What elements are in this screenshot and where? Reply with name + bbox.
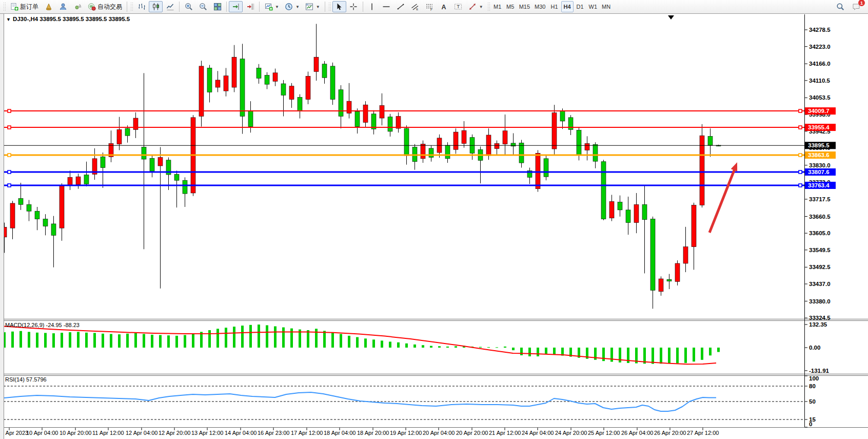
cursor-icon xyxy=(335,3,344,11)
new-order-label: 新订单 xyxy=(20,3,38,11)
macd-bar xyxy=(381,340,383,348)
tile-windows-button[interactable] xyxy=(210,1,224,12)
crosshair-button[interactable] xyxy=(347,1,361,12)
period-d1[interactable]: D1 xyxy=(574,1,586,12)
auto-scroll-button[interactable] xyxy=(229,1,243,12)
new-order-button[interactable]: 新订单 xyxy=(7,1,41,12)
macd-bar xyxy=(307,330,309,348)
toolbar-grip[interactable] xyxy=(3,2,6,11)
chat-button[interactable]: 1 xyxy=(849,1,863,12)
candle xyxy=(609,201,614,218)
auto-trading-button[interactable]: 自动交易 xyxy=(85,1,125,12)
zoom-out-button[interactable] xyxy=(196,1,210,12)
macd-bar xyxy=(52,333,55,348)
channel-button[interactable]: E xyxy=(408,1,422,12)
period-h4[interactable]: H4 xyxy=(561,1,574,12)
candle xyxy=(577,130,581,155)
macd-bar xyxy=(660,348,662,364)
toolbar-grip[interactable] xyxy=(130,2,133,11)
svg-text:34110.5: 34110.5 xyxy=(809,78,831,84)
macd-bar xyxy=(520,348,523,355)
accounts-button[interactable] xyxy=(56,1,70,12)
period-m5[interactable]: M5 xyxy=(504,1,517,12)
macd-bar xyxy=(487,347,490,348)
text-icon: A xyxy=(440,3,448,11)
candle xyxy=(281,84,286,95)
toolbar-grip[interactable] xyxy=(487,2,490,11)
candle xyxy=(675,263,680,281)
period-mn[interactable]: MN xyxy=(600,1,613,12)
chart-shift-button[interactable] xyxy=(243,1,257,12)
period-m30[interactable]: M30 xyxy=(532,1,547,12)
zoom-in-button[interactable] xyxy=(182,1,195,12)
macd-bar xyxy=(61,333,63,348)
line-chart-button[interactable] xyxy=(163,1,177,12)
fibonacci-button[interactable]: F xyxy=(423,1,437,12)
macd-bar xyxy=(159,335,162,348)
candle xyxy=(265,75,269,85)
macd-bar xyxy=(455,346,457,348)
svg-text:16 Apr 23:00: 16 Apr 23:00 xyxy=(258,430,289,436)
text-button[interactable]: A xyxy=(437,1,451,12)
arrows-icon xyxy=(468,3,477,11)
macd-bar xyxy=(175,336,178,348)
svg-text:13 Apr 12:00: 13 Apr 12:00 xyxy=(191,430,223,436)
templates-dropdown[interactable]: ▼ xyxy=(303,1,323,12)
macd-bar xyxy=(479,347,482,348)
candle xyxy=(601,162,606,219)
period-m1[interactable]: M1 xyxy=(491,1,504,12)
macd-bar xyxy=(134,333,137,348)
chevron-down-icon: ▼ xyxy=(479,5,483,9)
candle xyxy=(626,210,630,223)
macd-bar xyxy=(110,334,112,348)
candlestick-chart-icon xyxy=(151,3,160,11)
toolbar-grip[interactable] xyxy=(328,2,331,11)
trendline-icon xyxy=(397,3,405,11)
candlestick-chart-button[interactable] xyxy=(149,1,163,12)
trendline-button[interactable] xyxy=(394,1,408,12)
period-w1[interactable]: W1 xyxy=(587,1,600,12)
candle xyxy=(585,143,589,150)
period-m15[interactable]: M15 xyxy=(517,1,532,12)
market-watch-button[interactable] xyxy=(42,1,55,12)
macd-bar xyxy=(701,348,703,360)
vertical-line-button[interactable] xyxy=(365,1,379,12)
new-order-icon xyxy=(10,3,18,11)
search-button[interactable] xyxy=(833,1,847,12)
svg-text:10 Apr 20:00: 10 Apr 20:00 xyxy=(60,430,91,436)
channel-icon: E xyxy=(411,3,420,11)
macd-bar xyxy=(717,348,720,352)
candle xyxy=(667,279,672,281)
chart-title[interactable]: ▼DJ30-,H4 33895.5 33895.5 33895.5 33895.… xyxy=(6,16,130,22)
horizontal-line-button[interactable] xyxy=(380,1,393,12)
macd-bar xyxy=(340,334,342,348)
candle xyxy=(60,186,64,228)
chart-canvas[interactable]: 34278.534223.034166.034110.534053.533998… xyxy=(0,0,868,439)
indicators-dropdown[interactable]: ▼ xyxy=(262,1,282,12)
zoom-out-icon xyxy=(199,3,207,11)
candle xyxy=(215,80,220,87)
signals-button[interactable] xyxy=(70,1,84,12)
bar-chart-button[interactable] xyxy=(134,1,148,12)
periods-dropdown[interactable]: ▼ xyxy=(282,1,302,12)
svg-text:33549.5: 33549.5 xyxy=(809,247,831,253)
label-icon: T xyxy=(454,3,463,11)
candle xyxy=(560,111,565,121)
cursor-button[interactable] xyxy=(332,1,346,12)
macd-bar xyxy=(652,348,654,364)
candle xyxy=(552,112,557,149)
candle xyxy=(544,159,548,177)
candle xyxy=(453,132,458,149)
arrows-dropdown[interactable]: ▼ xyxy=(466,1,486,12)
svg-text:33830.0: 33830.0 xyxy=(809,162,831,168)
candle xyxy=(150,158,154,171)
candle xyxy=(429,148,433,158)
period-h1[interactable]: H1 xyxy=(548,1,561,12)
candle xyxy=(306,76,310,99)
candle xyxy=(68,177,72,185)
macd-bar xyxy=(36,333,38,348)
candle xyxy=(35,211,40,219)
price-tag: 33955.4 xyxy=(805,124,836,131)
chevron-down-icon: ▼ xyxy=(275,5,279,9)
label-button[interactable]: T xyxy=(451,1,465,12)
